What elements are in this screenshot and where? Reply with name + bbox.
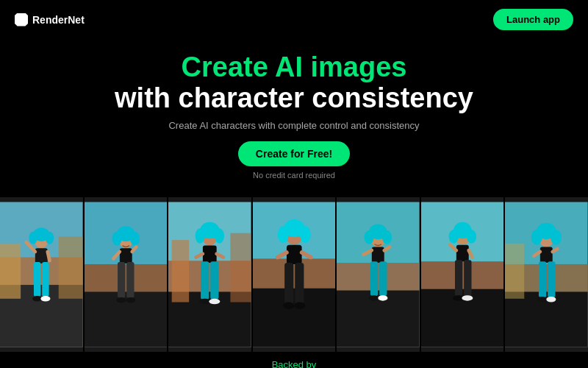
svg-point-7 [29, 231, 37, 244]
svg-point-94 [531, 230, 542, 245]
svg-point-100 [547, 297, 556, 302]
gallery-item-2 [85, 197, 168, 352]
gallery-item-7 [505, 197, 588, 352]
svg-rect-41 [210, 261, 218, 300]
svg-rect-54 [284, 263, 293, 304]
navbar: RenderNet Launch app [0, 0, 588, 39]
svg-point-13 [40, 296, 50, 302]
svg-line-102 [553, 249, 558, 252]
svg-rect-48 [253, 288, 336, 347]
gallery-item-1 [0, 197, 83, 352]
hero-title-line1: Create AI images [15, 52, 573, 83]
svg-rect-82 [455, 260, 462, 296]
svg-point-27 [126, 297, 135, 303]
svg-point-65 [365, 230, 374, 244]
svg-point-66 [382, 230, 392, 244]
backed-by-section: Backed by Y Combinator G GMO ≈ GOODWATER… [0, 352, 588, 368]
svg-point-80 [467, 230, 476, 244]
svg-point-99 [538, 297, 548, 302]
svg-point-42 [199, 298, 210, 304]
svg-point-52 [300, 226, 311, 243]
hero-subtitle: Create AI characters with complete contr… [15, 120, 573, 131]
hero-section: Create AI images with character consiste… [0, 39, 588, 187]
svg-point-85 [462, 295, 473, 301]
logo-area: RenderNet [15, 13, 85, 26]
gallery-item-4 [253, 197, 336, 352]
character-gallery [0, 197, 588, 352]
svg-rect-68 [370, 261, 378, 296]
svg-rect-24 [118, 262, 125, 298]
svg-rect-10 [34, 262, 40, 297]
launch-app-button[interactable]: Launch app [493, 9, 573, 30]
svg-point-95 [551, 230, 562, 245]
svg-rect-11 [42, 262, 49, 297]
svg-rect-67 [372, 247, 384, 263]
gallery-item-5 [337, 197, 420, 352]
svg-rect-96 [540, 247, 553, 263]
svg-point-70 [369, 295, 379, 301]
svg-rect-4 [59, 236, 83, 298]
svg-point-21 [112, 231, 121, 245]
gallery-item-3 [168, 197, 251, 352]
svg-point-57 [294, 302, 305, 308]
svg-point-8 [46, 231, 54, 244]
svg-rect-23 [119, 248, 132, 263]
svg-rect-34 [231, 233, 251, 302]
svg-point-79 [448, 230, 458, 244]
svg-point-71 [379, 295, 388, 301]
svg-rect-3 [0, 243, 21, 298]
svg-point-51 [278, 226, 289, 243]
svg-point-37 [196, 228, 205, 244]
svg-rect-98 [548, 261, 556, 297]
gallery-item-6 [421, 197, 504, 352]
svg-rect-39 [203, 245, 217, 262]
svg-rect-97 [539, 261, 546, 297]
svg-rect-69 [379, 261, 387, 296]
svg-rect-91 [505, 243, 524, 298]
svg-line-15 [48, 252, 50, 261]
rendernet-logo-icon [15, 13, 28, 26]
logo-text: RenderNet [32, 14, 85, 26]
svg-rect-33 [172, 240, 189, 302]
svg-point-56 [283, 302, 294, 308]
create-free-button[interactable]: Create for Free! [238, 141, 350, 166]
no-credit-card-notice: No credit card required [15, 171, 573, 180]
svg-rect-9 [35, 248, 48, 263]
svg-rect-83 [464, 260, 471, 296]
svg-rect-55 [295, 263, 304, 304]
svg-rect-53 [287, 244, 302, 263]
backed-by-label: Backed by [15, 359, 573, 368]
svg-point-22 [129, 231, 139, 245]
hero-title-line2: with character consistency [15, 83, 573, 114]
svg-point-43 [209, 298, 220, 304]
svg-rect-40 [201, 261, 209, 300]
svg-rect-25 [126, 262, 134, 298]
svg-point-26 [116, 297, 126, 303]
svg-rect-81 [456, 244, 469, 261]
svg-point-38 [215, 228, 224, 244]
svg-point-12 [32, 296, 42, 302]
